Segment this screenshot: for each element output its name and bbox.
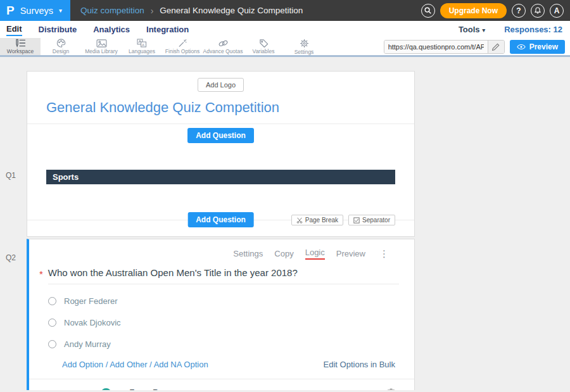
- q2-logic-link[interactable]: Logic: [305, 248, 325, 260]
- workspace-icon: [15, 39, 26, 47]
- survey-editor-app: P Surveys ▾ Quiz competition › General K…: [0, 0, 570, 392]
- survey-title[interactable]: General Knowledge Quiz Competition: [46, 99, 395, 116]
- search-button[interactable]: [421, 4, 435, 18]
- page-break-button[interactable]: Page Break: [291, 215, 343, 225]
- edit-options-in-bulk-link[interactable]: Edit Options in Bulk: [324, 360, 395, 369]
- edit-url-button[interactable]: [488, 40, 504, 54]
- topbar: P Surveys ▾ Quiz competition › General K…: [0, 0, 570, 21]
- q1-block-title[interactable]: Sports: [46, 170, 395, 184]
- q2-settings-link[interactable]: Settings: [233, 249, 263, 258]
- add-question-button-top[interactable]: Add Question: [187, 128, 254, 143]
- q2-menu: Settings Copy Logic Preview ⋮: [29, 239, 414, 260]
- account-avatar[interactable]: A: [550, 4, 564, 18]
- navbar-right: Tools ▾ Responses: 12: [459, 25, 570, 34]
- preview-button[interactable]: Preview: [510, 40, 565, 54]
- toolbar-item-design[interactable]: Design: [41, 38, 81, 55]
- q2-question-text[interactable]: Who won the Australian Open Men's Title …: [48, 267, 399, 284]
- tools-menu[interactable]: Tools ▾: [459, 25, 485, 34]
- option-row[interactable]: Andy Murray: [48, 339, 414, 349]
- radio-button-icon[interactable]: [48, 319, 56, 327]
- option-label[interactable]: Andy Murray: [64, 339, 111, 349]
- add-option-links: Add Option / Add Other / Add NA Option: [62, 360, 208, 369]
- toolbar-item-variables[interactable]: Variables: [243, 38, 284, 55]
- caret-down-icon: ▾: [195, 389, 198, 391]
- card1-footer: Add Question Page Break Separator: [27, 210, 414, 231]
- pencil-icon: [492, 43, 500, 51]
- option-label[interactable]: Novak Djokovic: [64, 318, 121, 327]
- validation-label: Validation: [48, 389, 84, 391]
- finish-options-wand-icon: [178, 39, 187, 47]
- questionpro-logo: P: [6, 4, 15, 16]
- q2-copy-link[interactable]: Copy: [274, 249, 293, 258]
- tab-integration[interactable]: Integration: [146, 23, 189, 35]
- responses-link[interactable]: Responses: 12: [504, 25, 562, 34]
- survey-url-input[interactable]: [384, 41, 488, 53]
- radio-button-icon[interactable]: [48, 340, 56, 348]
- add-na-option-link[interactable]: Add NA Option: [154, 360, 208, 369]
- divider: [27, 123, 414, 124]
- link-separator: /: [106, 360, 108, 369]
- survey-url-group: [384, 40, 505, 54]
- required-marker: *: [39, 269, 43, 279]
- toolbar-item-workspace[interactable]: Workspace: [0, 38, 41, 55]
- option-label[interactable]: Roger Federer: [64, 296, 118, 306]
- option-row[interactable]: Novak Djokovic: [48, 318, 414, 327]
- advance-quotas-chain-icon: [218, 39, 229, 47]
- notifications-button[interactable]: [531, 4, 545, 18]
- survey-header-card: Add Logo General Knowledge Quiz Competit…: [27, 71, 415, 237]
- option-row[interactable]: Roger Federer: [48, 296, 414, 306]
- radio-button-icon[interactable]: [48, 297, 56, 305]
- toolbar-item-media-library[interactable]: Media Library: [81, 38, 122, 55]
- toggle-knob: [101, 388, 111, 390]
- tab-analytics[interactable]: Analytics: [93, 23, 130, 35]
- delete-question-button[interactable]: [387, 388, 395, 391]
- toolbar-item-settings[interactable]: Settings: [284, 38, 324, 55]
- force-response-dropdown[interactable]: Force Response ▾: [129, 388, 198, 390]
- section-navbar: Edit Distribute Analytics Integration To…: [0, 21, 570, 38]
- kebab-menu-icon[interactable]: ⋮: [379, 249, 389, 258]
- surveys-menu[interactable]: P Surveys ▾: [0, 0, 70, 21]
- variables-tag-icon: [259, 39, 269, 47]
- q2-options: Roger Federer Novak Djokovic Andy Murray: [29, 296, 414, 349]
- survey-canvas: Q1 Q2 Add Logo General Knowledge Quiz Co…: [0, 57, 570, 390]
- media-library-icon: [96, 39, 107, 47]
- add-question-button-bottom[interactable]: Add Question: [187, 212, 254, 227]
- bell-icon: [534, 6, 542, 15]
- caret-down-icon: ▾: [59, 7, 62, 14]
- checkbox-icon: [353, 217, 360, 224]
- languages-icon: A: [137, 39, 147, 47]
- add-logo-button[interactable]: Add Logo: [198, 78, 244, 92]
- q2-validation-row: Validation Force Response ▾: [29, 379, 414, 390]
- upgrade-now-button[interactable]: Upgrade Now: [440, 3, 507, 18]
- caret-down-icon: ▾: [482, 27, 485, 34]
- toolbar-item-finish-options[interactable]: Finish Options: [162, 38, 203, 55]
- add-other-link[interactable]: Add Other: [110, 360, 147, 369]
- question-number-q1: Q1: [6, 171, 16, 180]
- break-controls: Page Break Separator: [291, 215, 395, 225]
- settings-gear-icon: [300, 39, 309, 48]
- product-label: Surveys: [20, 6, 53, 16]
- q2-question-row: * Who won the Australian Open Men's Titl…: [29, 260, 414, 284]
- search-icon: [424, 6, 432, 15]
- link-separator: /: [149, 360, 152, 369]
- toolbar-item-advance-quotas[interactable]: Advance Quotas: [203, 38, 243, 55]
- edit-toolbar: Workspace Design Media Library A Languag…: [0, 38, 570, 57]
- add-option-link[interactable]: Add Option: [62, 360, 103, 369]
- topbar-actions: Upgrade Now ? A: [421, 3, 570, 18]
- toolbar-item-languages[interactable]: A Languages: [122, 38, 162, 55]
- trash-icon: [387, 388, 395, 391]
- scissors-icon: [296, 217, 303, 224]
- q2-preview-link[interactable]: Preview: [336, 249, 365, 258]
- design-palette-icon: [56, 39, 66, 47]
- breadcrumb-current: General Knowledge Quiz Competition: [160, 6, 303, 15]
- q2-question-card: Settings Copy Logic Preview ⋮ * Who won …: [27, 239, 415, 390]
- separator-button[interactable]: Separator: [348, 215, 395, 225]
- breadcrumb: Quiz competition › General Knowledge Qui…: [80, 6, 303, 16]
- help-button[interactable]: ?: [512, 4, 526, 18]
- tab-distribute[interactable]: Distribute: [39, 23, 77, 35]
- breadcrumb-parent[interactable]: Quiz competition: [80, 6, 144, 15]
- q2-addlinks-row: Add Option / Add Other / Add NA Option E…: [29, 360, 414, 369]
- chevron-right-icon: ›: [151, 6, 154, 16]
- tab-edit[interactable]: Edit: [6, 23, 22, 36]
- toolbar-right: Preview: [384, 38, 570, 55]
